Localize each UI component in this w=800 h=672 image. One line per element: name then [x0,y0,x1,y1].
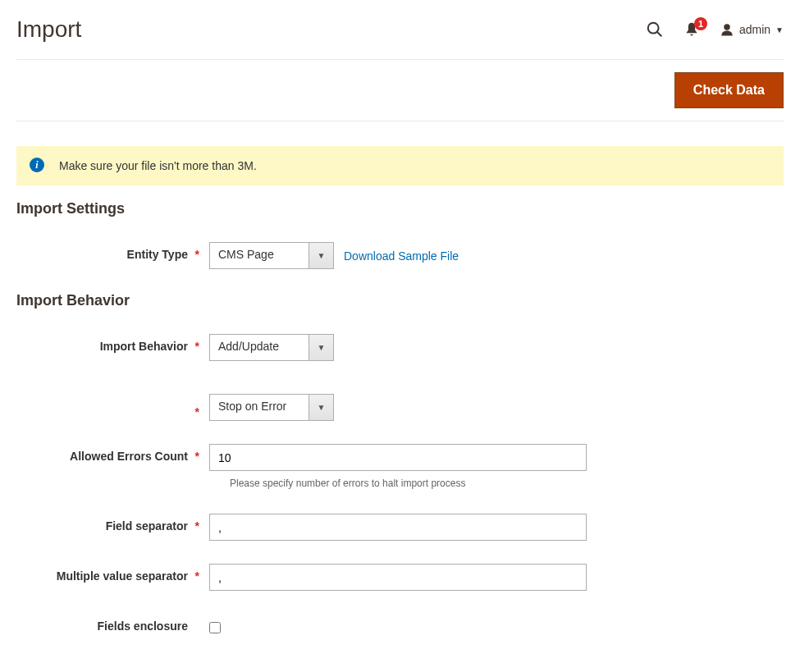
page-title: Import [16,16,81,43]
entity-type-value: CMS Page [210,243,309,268]
required-marker: * [195,248,199,261]
required-marker: * [195,569,199,583]
required-marker: * [195,340,199,353]
validation-strategy-value: Stop on Error [210,395,309,420]
info-icon: i [30,158,44,172]
chevron-down-icon: ▼ [309,395,333,420]
required-marker: * [195,450,199,463]
svg-point-2 [724,24,730,30]
search-icon[interactable] [646,21,664,39]
import-behavior-label: Import Behavior [100,340,188,353]
entity-type-label: Entity Type [127,248,188,261]
required-marker: * [195,519,199,533]
chevron-down-icon: ▼ [309,243,333,268]
allowed-errors-input[interactable] [209,444,587,471]
info-message: i Make sure your file isn't more than 3M… [16,146,784,185]
allowed-errors-label: Allowed Errors Count [70,450,188,463]
import-behavior-select[interactable]: Add/Update ▼ [209,334,334,361]
field-separator-label: Field separator [106,519,188,533]
caret-down-icon: ▼ [775,25,784,34]
import-settings-heading: Import Settings [16,200,784,217]
entity-type-select[interactable]: CMS Page ▼ [209,242,334,269]
allowed-errors-help: Please specify number of errors to halt … [230,478,784,489]
check-data-button[interactable]: Check Data [674,72,784,108]
required-marker: * [195,405,199,418]
svg-point-0 [648,23,659,34]
multi-value-separator-input[interactable] [209,564,587,591]
page-header: Import 1 admin ▼ [16,16,784,60]
import-behavior-heading: Import Behavior [16,292,784,309]
fields-enclosure-label: Fields enclosure [98,619,188,633]
notification-badge: 1 [694,17,707,30]
admin-user-menu[interactable]: admin ▼ [720,22,784,37]
user-icon [720,22,734,37]
admin-username: admin [739,23,770,36]
notifications-icon[interactable]: 1 [683,21,700,38]
svg-line-1 [657,32,662,37]
multi-value-separator-label: Multiple value separator [57,569,188,583]
field-separator-input[interactable] [209,514,587,541]
import-behavior-value: Add/Update [210,335,309,360]
info-message-text: Make sure your file isn't more than 3M. [59,159,257,172]
download-sample-link[interactable]: Download Sample File [344,249,459,263]
validation-strategy-select[interactable]: Stop on Error ▼ [209,394,334,421]
chevron-down-icon: ▼ [309,335,333,360]
fields-enclosure-checkbox[interactable] [209,622,221,633]
toolbar: Check Data [16,72,784,121]
